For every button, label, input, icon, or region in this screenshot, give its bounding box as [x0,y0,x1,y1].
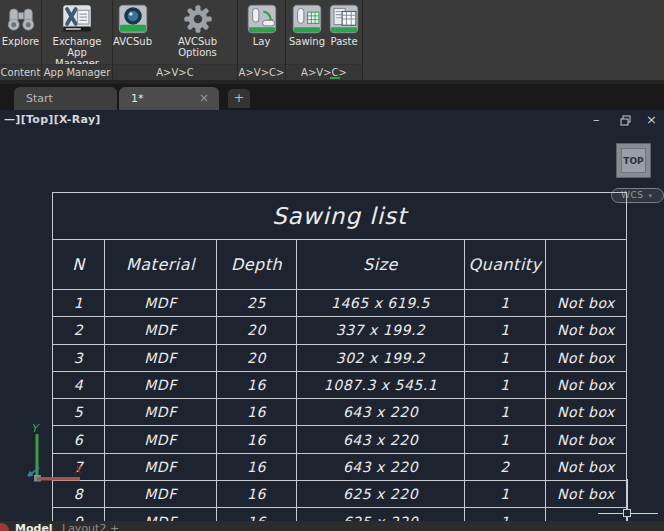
table-row: 6MDF16643 x 2201Not box [53,426,626,453]
table-cell: Not box [546,481,626,507]
viewport-controls[interactable]: —][Top][X-Ray] [4,113,101,126]
layout2-tab[interactable]: Layout2 [62,522,106,531]
table-cell: 16 [217,454,297,480]
table-row: 1MDF251465 x 619.51Not box [53,290,626,317]
table-cell: 1 [465,317,546,343]
table-row: 8MDF16625 x 2201Not box [53,481,626,508]
table-cell: 643 x 220 [297,399,465,425]
model-tab[interactable]: Model [15,522,53,531]
chevron-down-icon: ▾ [648,192,652,200]
avcsub-button[interactable]: AVCSub [113,0,152,47]
exchange-app-manager-button[interactable]: Exchange App Manager [44,0,110,69]
table-cell: 1087.3 x 545.1 [297,372,465,398]
col-header-n: N [53,240,105,289]
table-cell: 20 [217,317,297,343]
table-cell: 2 [465,454,546,480]
table-cell: Not box [546,317,626,343]
new-layout-button[interactable]: + [110,522,119,531]
file-tab-start-label: Start [26,92,53,105]
table-cell: 16 [217,372,297,398]
table-cell: 1465 x 619.5 [297,290,465,316]
sawing-table-icon [292,4,322,34]
table-cell: 20 [217,345,297,371]
table-cell: Not box [546,426,626,452]
table-cell: MDF [105,399,217,425]
col-header-quantity: Quantity [465,240,546,289]
table-cell: 3 [53,345,105,371]
col-header-size: Size [297,240,465,289]
ribbon-panel-app-manager: Exchange App Manager App Manager [42,0,113,80]
avcsub-label: AVCSub [113,36,152,47]
panel-title-app-manager: App Manager [42,64,112,80]
table-cell: MDF [105,508,217,521]
table-row: 9MDF16625 x 2201 [53,508,626,521]
ribbon-panel-avc2: Lay A>V>C> [238,0,286,80]
window-close-icon[interactable]: × [646,113,657,127]
table-cell: 16 [217,399,297,425]
table-cell: 9 [53,508,105,521]
gear-icon [183,4,213,34]
panel-title-avc2: A>V>C> [238,64,285,80]
model-space-viewport[interactable]: —][Top][X-Ray] – × TOP WCS▾ Sawing list … [0,110,664,521]
window-restore-icon[interactable] [620,115,632,126]
table-header-row: N Material Depth Size Quantity [53,240,626,290]
avcsub-options-button[interactable]: AVCSub Options [158,0,237,58]
file-tab-drawing1[interactable]: 1* × [119,87,219,110]
lay-button[interactable]: Lay [247,0,277,47]
table-cell: 1 [53,290,105,316]
lay-label: Lay [253,36,271,47]
exchange-x-icon [62,4,92,34]
table-cell: MDF [105,372,217,398]
table-cell: 1 [465,508,546,521]
table-cell: 643 x 220 [297,426,465,452]
table-cell: 337 x 199.2 [297,317,465,343]
table-cell: 1 [465,345,546,371]
col-header-extra [546,240,626,289]
sawing-list-table: Sawing list N Material Depth Size Quanti… [52,192,627,521]
ucs-y-axis-label: Y [31,422,40,435]
table-cell: MDF [105,290,217,316]
table-cell: 25 [217,290,297,316]
table-cell: 4 [53,372,105,398]
paste-button[interactable]: Paste [329,0,359,47]
explore-button[interactable]: Explore [2,0,40,47]
table-row: 7MDF16643 x 2202Not box [53,454,626,481]
table-row: 4MDF161087.3 x 545.11Not box [53,372,626,399]
ucs-x-axis-label: X [74,464,83,475]
table-cell: MDF [105,317,217,343]
layout-tab-bar: Model Layout2 + [0,521,664,531]
table-title: Sawing list [53,193,626,240]
viewcube-top-face[interactable]: TOP [621,148,646,173]
new-drawing-tab-button[interactable]: + [228,89,250,108]
table-cell: 16 [217,426,297,452]
ucs-icon: Y X [23,418,93,490]
table-cell: Not box [546,372,626,398]
panel-title-content: Content [0,64,41,80]
status-icon [0,523,9,531]
window-minimize-icon[interactable]: – [593,113,600,127]
close-tab-icon[interactable]: × [199,91,209,105]
file-tab-start[interactable]: Start [14,87,117,110]
table-cell: MDF [105,426,217,452]
ribbon-panel-avc3: Sawing Paste A>V>C> [286,0,363,80]
table-cell: MDF [105,454,217,480]
ribbon: Explore Content Exchange App Manager [0,0,664,80]
table-cell: 16 [217,508,297,521]
col-header-depth: Depth [217,240,297,289]
autocad-window: Explore Content Exchange App Manager [0,0,664,531]
pickbox-cursor [623,509,631,517]
table-cell: Not box [546,454,626,480]
panel-title-avc: A>V>C [113,64,237,80]
avcsub-eye-icon [118,4,148,34]
table-cell: 1 [465,372,546,398]
table-cell: 643 x 220 [297,454,465,480]
paste-label: Paste [331,36,358,47]
table-cell: 1 [465,426,546,452]
sawing-button[interactable]: Sawing [289,0,325,47]
explore-label: Explore [2,36,40,47]
col-header-material: Material [105,240,217,289]
table-row: 3MDF20302 x 199.21Not box [53,345,626,372]
ribbon-panel-avc: AVCSub AVCSub Options [113,0,238,80]
table-cell: 16 [217,481,297,507]
viewcube[interactable]: TOP [616,143,651,178]
